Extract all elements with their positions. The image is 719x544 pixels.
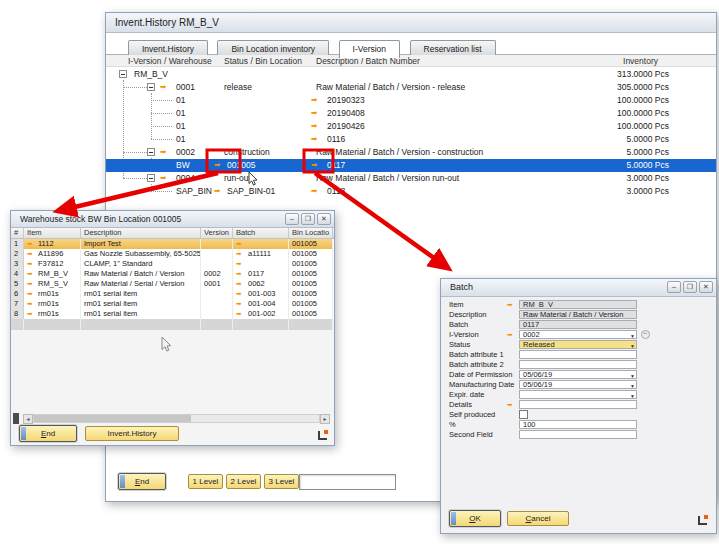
stock-column-headers: # Item Description Version Batch Bin Loc… — [11, 228, 334, 239]
link-arrow-icon[interactable] — [236, 309, 245, 319]
table-row[interactable]: 6 rm01s rm01 serial item 001-003 001005 — [11, 289, 334, 299]
link-arrow-icon[interactable] — [311, 121, 321, 131]
second-field[interactable] — [519, 430, 637, 439]
manufacturing-date-dropdown[interactable]: 05/06/19 — [519, 380, 637, 389]
warehouse-stock-titlebar[interactable]: Warehouse stock BW Bin Location 001005 –… — [11, 211, 334, 228]
close-button[interactable]: ✕ — [317, 213, 331, 225]
version-cell — [201, 299, 233, 309]
linked-document-icon[interactable] — [641, 330, 650, 339]
window-title: Invent.History RM_B_V — [115, 17, 219, 28]
percent-field[interactable]: 100 — [519, 420, 637, 429]
resize-grip-icon[interactable] — [698, 515, 708, 525]
link-arrow-icon[interactable] — [507, 400, 516, 410]
batch-titlebar[interactable]: Batch – ❐ ✕ — [441, 279, 716, 297]
close-button[interactable]: ✕ — [699, 281, 713, 293]
table-row-selected[interactable]: BW 001005 0117 5.0000 Pcs — [106, 159, 716, 172]
batch-cell: 20190323 — [327, 95, 365, 105]
table-row[interactable]: 5 RM_S_V Raw Material / Serial / Version… — [11, 279, 334, 289]
level-1-button[interactable]: 1 Level — [188, 474, 223, 489]
link-arrow-icon[interactable] — [236, 279, 245, 289]
minimize-button[interactable]: – — [667, 281, 681, 293]
link-arrow-icon[interactable] — [236, 259, 245, 269]
resize-grip-icon[interactable] — [318, 430, 328, 440]
invent-history-button[interactable]: Invent.History — [85, 426, 179, 441]
link-arrow-icon[interactable] — [236, 299, 245, 309]
scrollbar-track[interactable] — [33, 414, 320, 423]
collapse-icon[interactable] — [147, 174, 155, 182]
scroll-right-icon[interactable]: ► — [320, 414, 330, 424]
link-arrow-icon[interactable] — [311, 160, 321, 170]
batch-attribute-1-field[interactable] — [519, 350, 637, 359]
table-row[interactable]: 7 rm01s rm01 serial item 001-004 001005 — [11, 299, 334, 309]
status-dropdown[interactable]: Released — [519, 340, 637, 349]
expiry-date-dropdown[interactable] — [519, 390, 637, 399]
footer-input[interactable] — [299, 474, 396, 490]
ok-button[interactable]: OK — [449, 510, 501, 527]
link-arrow-icon[interactable] — [214, 160, 224, 170]
link-arrow-icon[interactable] — [311, 186, 321, 196]
minimize-button[interactable]: – — [285, 213, 299, 225]
table-row[interactable]: 01 20190426 100.0000 Pcs — [106, 120, 716, 133]
maximize-button[interactable]: ❐ — [301, 213, 315, 225]
link-arrow-icon[interactable] — [27, 299, 36, 309]
self-produced-checkbox[interactable] — [519, 410, 528, 419]
link-arrow-icon[interactable] — [160, 173, 170, 183]
date-of-permission-dropdown[interactable]: 05/06/19 — [519, 370, 637, 379]
end-button[interactable]: End — [118, 473, 166, 490]
collapse-icon[interactable] — [119, 70, 127, 78]
details-field[interactable] — [519, 400, 637, 409]
level-3-button[interactable]: 3 Level — [264, 474, 299, 489]
field-label: Manufacturing Date — [449, 380, 514, 390]
link-arrow-icon[interactable] — [236, 249, 245, 259]
table-row[interactable]: 01 20190323 100.0000 Pcs — [106, 94, 716, 107]
batch-attribute-2-field[interactable] — [519, 360, 637, 369]
cancel-button[interactable]: Cancel — [507, 511, 569, 526]
table-row-selected[interactable]: 1 1112 Import Test 001005 — [11, 239, 334, 249]
inventory-cell: 100.0000 Pcs — [617, 108, 669, 118]
link-arrow-icon[interactable] — [311, 108, 321, 118]
link-arrow-icon[interactable] — [507, 330, 516, 340]
link-arrow-icon[interactable] — [27, 239, 36, 249]
i-version-dropdown[interactable]: 0002 — [519, 330, 637, 339]
level-2-button[interactable]: 2 Level — [226, 474, 261, 489]
link-arrow-icon[interactable] — [160, 82, 170, 92]
table-row[interactable]: 0002 construction Raw Material / Batch /… — [106, 146, 716, 159]
table-row[interactable]: 0004 run-out Raw Material / Batch / Vers… — [106, 172, 716, 185]
link-arrow-icon[interactable] — [27, 269, 36, 279]
link-arrow-icon[interactable] — [27, 309, 36, 319]
link-arrow-icon[interactable] — [236, 239, 245, 249]
table-row[interactable]: 0001 release Raw Material / Batch / Vers… — [106, 81, 716, 94]
table-row[interactable]: 8 rm01s rm01 serial item 001-002 001005 — [11, 309, 334, 319]
table-row[interactable]: 3 F37812 CLAMP, 1" Standard 001005 — [11, 259, 334, 269]
table-row[interactable]: 01 0116 5.0000 Pcs — [106, 133, 716, 146]
status-cell: release — [224, 82, 252, 92]
end-button[interactable]: End — [19, 425, 77, 442]
table-row[interactable]: 2 A11896 Gas Nozzle Subassembly, 65-5025… — [11, 249, 334, 259]
collapse-icon[interactable] — [147, 83, 155, 91]
link-arrow-icon[interactable] — [27, 279, 36, 289]
link-arrow-icon[interactable] — [27, 249, 36, 259]
horizontal-scrollbar[interactable]: ◄ ► — [13, 413, 330, 424]
link-arrow-icon[interactable] — [236, 269, 245, 279]
scrollbar-thumb[interactable] — [34, 415, 191, 422]
table-row[interactable]: 4 RM_B_V Raw Material / Batch / Version … — [11, 269, 334, 279]
scroll-left-icon[interactable]: ◄ — [23, 414, 33, 424]
collapse-icon[interactable] — [147, 148, 155, 156]
table-row[interactable]: RM_B_V 313.0000 Pcs — [106, 68, 716, 81]
link-arrow-icon[interactable] — [507, 300, 516, 310]
link-arrow-icon[interactable] — [236, 289, 245, 299]
link-arrow-icon[interactable] — [311, 95, 321, 105]
maximize-button[interactable]: ❐ — [683, 281, 697, 293]
item-text: rm01s — [38, 289, 59, 298]
scrollbar-splitter[interactable] — [13, 413, 19, 424]
tab-i-version[interactable]: I-Version — [339, 40, 401, 58]
link-arrow-icon[interactable] — [214, 186, 224, 196]
link-arrow-icon[interactable] — [311, 134, 321, 144]
table-row[interactable]: SAP_BIN SAP_BIN-01 0118 3.0000 Pcs — [106, 185, 716, 198]
table-row[interactable]: 01 20190408 100.0000 Pcs — [106, 107, 716, 120]
invent-history-titlebar[interactable]: Invent.History RM_B_V — [106, 13, 716, 33]
link-arrow-icon[interactable] — [160, 147, 170, 157]
link-arrow-icon[interactable] — [27, 259, 36, 269]
version-cell — [201, 289, 233, 299]
link-arrow-icon[interactable] — [27, 289, 36, 299]
